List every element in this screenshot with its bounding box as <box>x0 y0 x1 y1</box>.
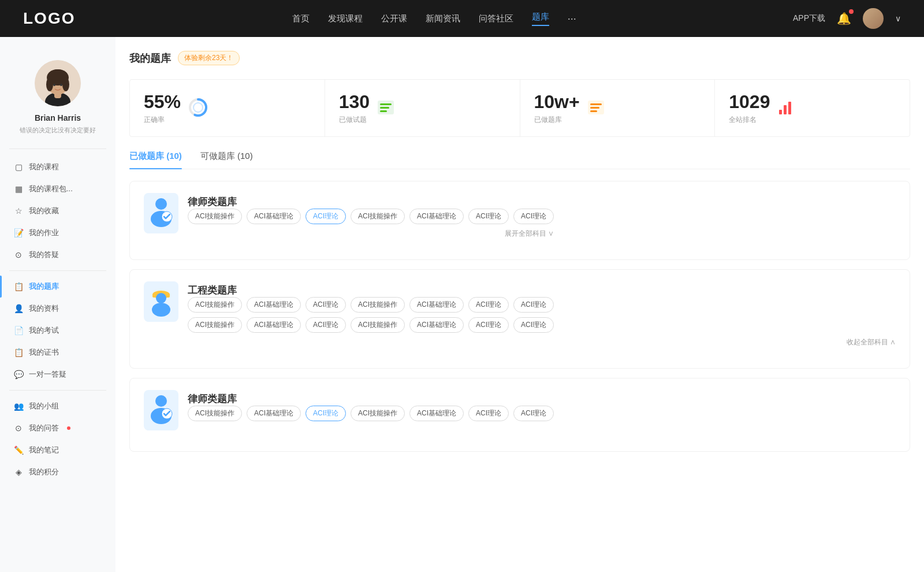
tag[interactable]: ACI理论 <box>513 406 554 421</box>
nav-open-course[interactable]: 公开课 <box>381 13 407 24</box>
logo[interactable]: LOGO <box>23 9 75 28</box>
stat-banks-number: 10w+ <box>534 91 580 113</box>
tab-done-banks[interactable]: 已做题库 (10) <box>129 151 182 169</box>
qbank-engineer1-content: 工程类题库 ACI技能操作 ACI基础理论 ACI理论 ACI技能操作 ACI基… <box>188 281 896 347</box>
sidebar-item-my-notes[interactable]: ✏️ 我的笔记 <box>0 439 116 461</box>
qbank-lawyer2-title: 律师类题库 <box>188 392 554 406</box>
tag[interactable]: ACI技能操作 <box>188 297 242 313</box>
sidebar-item-one-on-one[interactable]: 💬 一对一答疑 <box>0 363 116 385</box>
tag[interactable]: ACI技能操作 <box>351 209 405 224</box>
app-download-link[interactable]: APP下载 <box>793 13 825 24</box>
tag[interactable]: ACI技能操作 <box>188 406 242 421</box>
page-header: 我的题库 体验剩余23天！ <box>129 51 910 65</box>
expand-link-lawyer1[interactable]: 展开全部科目 ∨ <box>188 229 554 239</box>
sidebar-profile: Brian Harris 错误的决定比没有决定要好 <box>0 49 116 144</box>
sidebar-item-homework[interactable]: 📝 我的作业 <box>0 222 116 244</box>
nav-questions[interactable]: 题库 <box>532 12 549 26</box>
sidebar-item-my-questions[interactable]: ⊙ 我的问答 <box>0 417 116 439</box>
stat-questions-number: 130 <box>339 91 370 113</box>
bar-red-icon <box>777 98 795 118</box>
tag[interactable]: ACI理论 <box>513 209 554 224</box>
tag[interactable]: ACI理论 <box>468 297 509 313</box>
stat-rank-number: 1029 <box>729 91 770 113</box>
nav-home[interactable]: 首页 <box>292 13 310 24</box>
nav-news[interactable]: 新闻资讯 <box>426 13 460 24</box>
tag[interactable]: ACI技能操作 <box>188 317 242 333</box>
question-bank-icon: 📋 <box>14 282 23 291</box>
course-package-icon: ▦ <box>14 184 23 194</box>
qbank-lawyer1-content: 律师类题库 ACI技能操作 ACI基础理论 ACI理论 ACI技能操作 ACI基… <box>188 193 554 239</box>
sidebar-item-my-data[interactable]: 👤 我的资料 <box>0 298 116 320</box>
tag[interactable]: ACI基础理论 <box>247 297 301 313</box>
svg-rect-23 <box>788 102 791 114</box>
sidebar-divider-2 <box>9 270 106 271</box>
tag[interactable]: ACI基础理论 <box>409 209 464 224</box>
stat-questions-done: 130 已做试题 <box>325 80 520 136</box>
sidebar-item-label: 一对一答疑 <box>29 369 66 380</box>
tag[interactable]: ACI理论 <box>513 317 554 333</box>
sidebar-item-label: 我的课程包... <box>29 184 73 194</box>
sidebar-item-my-group[interactable]: 👥 我的小组 <box>0 395 116 417</box>
qbank-engineer1-tags-row1: ACI技能操作 ACI基础理论 ACI理论 ACI技能操作 ACI基础理论 AC… <box>188 297 896 313</box>
user-avatar-header[interactable] <box>863 8 884 29</box>
collapse-link-engineer1[interactable]: 收起全部科目 ∧ <box>188 337 896 347</box>
nav-more[interactable]: ··· <box>568 13 576 25</box>
sidebar-item-qa[interactable]: ⊙ 我的答疑 <box>0 244 116 266</box>
svg-rect-14 <box>380 103 392 105</box>
tag-active[interactable]: ACI理论 <box>305 406 346 421</box>
main-content: 我的题库 体验剩余23天！ 55% 正确率 <box>116 37 924 572</box>
sidebar-item-course-package[interactable]: ▦ 我的课程包... <box>0 178 116 200</box>
stat-banks-info: 10w+ 已做题库 <box>534 91 580 125</box>
sidebar-item-label: 我的积分 <box>29 467 59 477</box>
tag[interactable]: ACI基础理论 <box>247 317 301 333</box>
svg-point-24 <box>155 198 167 210</box>
tag[interactable]: ACI理论 <box>305 297 346 313</box>
main-header: LOGO 首页 发现课程 公开课 新闻资讯 问答社区 题库 ··· APP下载 … <box>0 0 924 37</box>
stat-questions-info: 130 已做试题 <box>339 91 370 125</box>
tag[interactable]: ACI技能操作 <box>188 209 242 224</box>
sidebar-item-exam[interactable]: 📄 我的考试 <box>0 320 116 341</box>
qbank-lawyer2-tags: ACI技能操作 ACI基础理论 ACI理论 ACI技能操作 ACI基础理论 AC… <box>188 406 554 421</box>
profile-name: Brian Harris <box>9 113 106 122</box>
trial-badge: 体验剩余23天！ <box>178 51 240 65</box>
stat-rank-label: 全站排名 <box>729 115 770 125</box>
tag[interactable]: ACI技能操作 <box>351 297 405 313</box>
my-questions-icon: ⊙ <box>14 424 23 433</box>
tag[interactable]: ACI技能操作 <box>351 406 405 421</box>
user-dropdown-arrow[interactable]: ∨ <box>895 14 901 23</box>
sidebar-item-favorites[interactable]: ☆ 我的收藏 <box>0 200 116 222</box>
tag[interactable]: ACI技能操作 <box>351 317 405 333</box>
tag[interactable]: ACI基础理论 <box>409 317 464 333</box>
tag[interactable]: ACI基础理论 <box>247 406 301 421</box>
qbank-header-lawyer2: 律师类题库 ACI技能操作 ACI基础理论 ACI理论 ACI技能操作 ACI基… <box>144 390 896 430</box>
svg-point-9 <box>60 84 62 86</box>
sidebar-item-question-bank[interactable]: 📋 我的题库 <box>0 276 116 298</box>
tab-available-banks[interactable]: 可做题库 (10) <box>200 151 253 169</box>
sidebar-item-my-points[interactable]: ◈ 我的积分 <box>0 461 116 483</box>
tag[interactable]: ACI理论 <box>305 317 346 333</box>
nav-discover[interactable]: 发现课程 <box>328 13 363 24</box>
qbank-header-lawyer1: 律师类题库 ACI技能操作 ACI基础理论 ACI理论 ACI技能操作 ACI基… <box>144 193 896 239</box>
qbank-header-engineer1: 工程类题库 ACI技能操作 ACI基础理论 ACI理论 ACI技能操作 ACI基… <box>144 281 896 347</box>
tag[interactable]: ACI理论 <box>468 317 509 333</box>
notification-bell[interactable]: 🔔 <box>837 12 851 25</box>
qbank-engineer1-tags-row2: ACI技能操作 ACI基础理论 ACI理论 ACI技能操作 ACI基础理论 AC… <box>188 317 896 333</box>
qbank-card-lawyer2: 律师类题库 ACI技能操作 ACI基础理论 ACI理论 ACI技能操作 ACI基… <box>129 378 910 452</box>
tag-active[interactable]: ACI理论 <box>305 209 346 224</box>
sidebar-item-certificate[interactable]: 📋 我的证书 <box>0 341 116 363</box>
tag[interactable]: ACI理论 <box>468 209 509 224</box>
nav-qa[interactable]: 问答社区 <box>479 13 513 24</box>
stat-banks-label: 已做题库 <box>534 115 580 125</box>
svg-rect-18 <box>590 103 602 105</box>
stat-banks-done: 10w+ 已做题库 <box>520 80 716 136</box>
stat-rank-info: 1029 全站排名 <box>729 91 770 125</box>
tag[interactable]: ACI理论 <box>468 406 509 421</box>
tag[interactable]: ACI基础理论 <box>409 406 464 421</box>
tag[interactable]: ACI理论 <box>513 297 554 313</box>
tag[interactable]: ACI基础理论 <box>409 297 464 313</box>
tag[interactable]: ACI基础理论 <box>247 209 301 224</box>
questions-red-dot <box>67 426 70 430</box>
qbank-lawyer2-content: 律师类题库 ACI技能操作 ACI基础理论 ACI理论 ACI技能操作 ACI基… <box>188 390 554 421</box>
svg-rect-19 <box>590 107 599 109</box>
sidebar-item-my-course[interactable]: ▢ 我的课程 <box>0 156 116 178</box>
